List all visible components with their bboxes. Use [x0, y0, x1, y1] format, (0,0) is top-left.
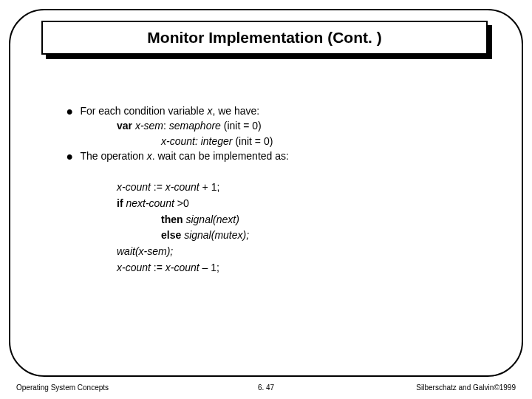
type1: semaphore [169, 120, 224, 132]
l6b: := [154, 262, 166, 273]
slide-content: • For each condition variable x, we have… [66, 103, 488, 276]
init2: (init = 0) [235, 135, 273, 147]
b2-lead: The operation [80, 150, 146, 162]
l6a: x-count [117, 262, 154, 273]
colon1: : [163, 120, 169, 132]
code-line-5: wait(x-sem); [117, 244, 488, 260]
l5: wait(x-sem); [117, 245, 173, 257]
l1a: x-count [117, 181, 154, 193]
l1d: + 1; [202, 181, 220, 193]
code-line-1: x-count := x-count + 1; [117, 180, 488, 196]
code-line-4: else signal(mutex); [117, 228, 488, 244]
bullet-1-sub2: x-count: integer (init = 0) [66, 134, 488, 149]
l1c: x-count [166, 181, 202, 193]
b2-tail: . wait can be implemented as: [152, 150, 289, 162]
b1-lead: For each condition variable [80, 105, 207, 117]
code-line-3: then signal(next) [117, 212, 488, 228]
footer-year: 1999 [499, 383, 516, 392]
l4a: else [161, 229, 184, 241]
b1-tail: , we have: [212, 105, 259, 117]
l4b: signal(mutex); [184, 229, 249, 241]
l1b: := [154, 181, 166, 193]
l3b: signal(next) [185, 214, 239, 225]
copyright-icon: © [494, 383, 499, 392]
xcount-name: x-count: integer [161, 135, 235, 147]
l3a: then [161, 214, 185, 225]
xsem-name: x-sem [135, 120, 163, 132]
footer-authors: Silberschatz and Galvin [416, 383, 494, 392]
b2-op: x [147, 150, 152, 162]
bullet-2-text: The operation x. wait can be implemented… [80, 149, 289, 163]
slide-footer: Operating System Concepts 6. 47 Silbersc… [0, 383, 532, 392]
footer-right: Silberschatz and Galvin©1999 [416, 383, 516, 392]
footer-left: Operating System Concepts [16, 383, 109, 392]
code-line-6: x-count := x-count – 1; [117, 260, 488, 276]
code-block: x-count := x-count + 1; if next-count >0… [66, 180, 488, 276]
bullet-dot-icon: • [66, 106, 72, 117]
bullet-dot-icon: • [66, 151, 72, 162]
slide-title-box: Monitor Implementation (Cont. ) [41, 21, 488, 55]
bullet-2: • The operation x. wait can be implement… [66, 149, 488, 163]
l2b: next-count [126, 197, 177, 209]
kw-var: var [117, 120, 135, 132]
bullet-1-text: For each condition variable x, we have: [80, 103, 259, 118]
l2a: if [117, 197, 126, 209]
l6c: x-count [166, 262, 202, 273]
footer-page-number: 6. 47 [258, 383, 274, 392]
l6d: – 1; [202, 262, 219, 273]
bullet-1: • For each condition variable x, we have… [66, 103, 488, 118]
l2c: >0 [177, 197, 189, 209]
slide-title: Monitor Implementation (Cont. ) [147, 29, 381, 47]
init1: (init = 0) [224, 120, 262, 132]
bullet-1-sub1: var x-sem: semaphore (init = 0) [66, 118, 488, 133]
code-line-2: if next-count >0 [117, 196, 488, 212]
